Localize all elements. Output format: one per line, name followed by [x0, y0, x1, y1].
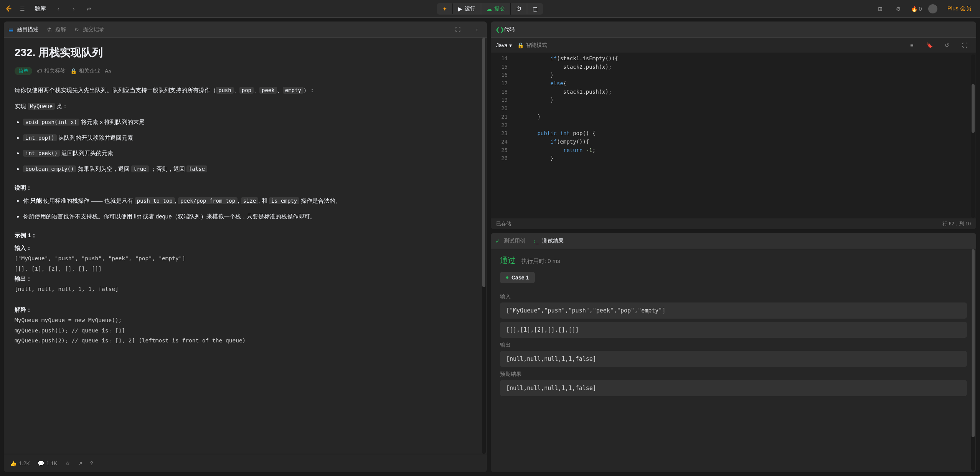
expected-box: [null,null,null,1,1,false]: [500, 380, 967, 396]
language-bar: Java▾ 🔒智能模式 ≡ 🔖 ↺ ⛶: [491, 38, 976, 53]
prev-problem-icon[interactable]: ‹: [52, 3, 64, 15]
description-panel: ▤题目描述 ⚗题解 ↻提交记录 ⛶ ‹ 232. 用栈实现队列 简单 🏷相关标签…: [4, 21, 487, 472]
thumbs-up-icon: 👍: [10, 460, 16, 466]
code-icon: ❮❯: [495, 26, 502, 33]
leetcode-logo[interactable]: [5, 5, 13, 13]
submit-button[interactable]: ☁提交: [481, 3, 511, 15]
history-icon: ↻: [74, 26, 81, 33]
expand-icon[interactable]: ⛶: [452, 23, 464, 36]
list-item: boolean empty() 如果队列为空，返回 true ；否则，返回 fa…: [23, 164, 476, 175]
fire-icon: 🔥: [911, 6, 917, 12]
companies-chip[interactable]: 🔒相关企业: [70, 68, 100, 74]
result-header: 通过 执行用时: 0 ms: [500, 255, 967, 266]
example-header: 示例 1：: [15, 232, 476, 239]
scrollbar[interactable]: [482, 38, 486, 454]
output-label: 输出: [500, 342, 967, 349]
timer-button[interactable]: ⏱: [511, 3, 527, 14]
check-icon: ✓: [495, 238, 502, 244]
scrollbar[interactable]: [971, 55, 975, 218]
results-panel: ✓测试用例 ›_测试结果 通过 执行用时: 0 ms Case 1 输入 ["M…: [491, 233, 976, 472]
difficulty-badge: 简单: [15, 67, 32, 75]
run-button[interactable]: ▶运行: [453, 3, 481, 15]
reset-icon[interactable]: ↺: [941, 39, 953, 51]
problem-title: 232. 用栈实现队列: [15, 45, 476, 60]
run-group: ✦ ▶运行 ☁提交 ⏱ ▢: [437, 3, 543, 15]
description-footer: 👍1.2K 💬1.1K ☆ ↗ ?: [4, 454, 487, 472]
status-dot: [506, 276, 508, 279]
comment-icon: 💬: [38, 460, 44, 466]
comments-button[interactable]: 💬1.1K: [38, 460, 58, 466]
tab-testcases[interactable]: ✓测试用例: [495, 236, 526, 246]
tags-chip[interactable]: 🏷相关标签: [37, 68, 66, 74]
input-box: [[],[1],[2],[],[],[]]: [500, 322, 967, 338]
input-box: ["MyQueue","push","push","peek","pop","e…: [500, 302, 967, 319]
shuffle-icon[interactable]: ⇄: [83, 3, 95, 15]
left-tabs: ▤题目描述 ⚗题解 ↻提交记录 ⛶ ‹: [4, 21, 487, 38]
gear-icon[interactable]: ⚙: [893, 3, 905, 15]
play-icon: ▶: [458, 6, 462, 12]
tab-submissions[interactable]: ↻提交记录: [74, 25, 105, 35]
notes-button[interactable]: ▢: [527, 3, 543, 14]
avatar[interactable]: [928, 4, 937, 13]
output-box: [null,null,null,1,1,false]: [500, 351, 967, 367]
streak-counter[interactable]: 🔥0: [911, 6, 922, 12]
tab-code[interactable]: ❮❯代码: [495, 25, 515, 35]
tab-description[interactable]: ▤题目描述: [8, 25, 39, 35]
tag-row: 简单 🏷相关标签 🔒相关企业 Aᴀ: [15, 67, 476, 75]
results-tabs: ✓测试用例 ›_测试结果: [491, 233, 976, 249]
format-icon[interactable]: ≡: [906, 39, 918, 51]
list-icon[interactable]: ☰: [16, 3, 28, 15]
scrollbar[interactable]: [971, 249, 975, 471]
notes-list: 你 只能 使用标准的栈操作 —— 也就是只有 push to top, peek…: [15, 195, 476, 222]
mode-label[interactable]: 🔒智能模式: [517, 42, 547, 49]
grid-icon[interactable]: ⊞: [874, 3, 886, 15]
chevron-down-icon: ▾: [509, 42, 512, 48]
gutter: 14151617181920212223242526: [491, 53, 511, 218]
list-item: void push(int x) 将元素 x 推到队列的末尾: [23, 117, 476, 128]
problems-link[interactable]: 题库: [31, 5, 49, 12]
description-body: 232. 用栈实现队列 简单 🏷相关标签 🔒相关企业 Aᴀ 请你仅使用两个栈实现…: [4, 38, 487, 454]
premium-button[interactable]: Plus 会员: [944, 3, 975, 14]
fullscreen-icon[interactable]: ⛶: [959, 39, 971, 51]
case-tab[interactable]: Case 1: [500, 272, 535, 283]
hint-chip[interactable]: Aᴀ: [105, 68, 111, 74]
code-lines[interactable]: if(stack1.isEmpty()){ stack2.push(x); } …: [511, 53, 976, 218]
list-item: int peek() 返回队列开头的元素: [23, 148, 476, 159]
right-column: ❮❯代码 Java▾ 🔒智能模式 ≡ 🔖 ↺ ⛶ 141516171819202…: [491, 21, 976, 472]
example-block: 输入： ["MyQueue", "push", "push", "peek", …: [15, 243, 476, 346]
star-button[interactable]: ☆: [65, 460, 70, 466]
input-label: 输入: [500, 293, 967, 300]
tab-solution[interactable]: ⚗题解: [46, 25, 67, 35]
method-list: void push(int x) 将元素 x 推到队列的末尾 int pop()…: [15, 117, 476, 174]
code-tabs: ❮❯代码: [491, 21, 976, 38]
workspace: ▤题目描述 ⚗题解 ↻提交记录 ⛶ ‹ 232. 用栈实现队列 简单 🏷相关标签…: [0, 18, 980, 476]
like-button[interactable]: 👍1.2K: [10, 460, 30, 466]
bug-icon: ✦: [442, 6, 447, 12]
collapse-icon[interactable]: ‹: [471, 23, 483, 36]
impl-line: 实现 MyQueue 类：: [15, 101, 476, 112]
cursor-position: 行 62，列 10: [942, 221, 971, 227]
results-body: 通过 执行用时: 0 ms Case 1 输入 ["MyQueue","push…: [491, 249, 976, 472]
intro-paragraph: 请你仅使用两个栈实现先入先出队列。队列应当支持一般队列支持的所有操作（push、…: [15, 84, 476, 96]
tab-results[interactable]: ›_测试结果: [533, 236, 564, 246]
debug-button[interactable]: ✦: [437, 3, 453, 14]
cloud-icon: ☁: [487, 6, 492, 12]
bookmark-icon[interactable]: 🔖: [923, 39, 935, 51]
save-status: 已存储: [496, 221, 511, 227]
expected-label: 预期结果: [500, 371, 967, 378]
next-problem-icon[interactable]: ›: [68, 3, 80, 15]
list-item: 你 只能 使用标准的栈操作 —— 也就是只有 push to top, peek…: [23, 195, 476, 207]
language-selector[interactable]: Java▾: [496, 42, 512, 48]
code-editor[interactable]: 14151617181920212223242526 if(stack1.isE…: [491, 53, 976, 218]
list-item: int pop() 从队列的开头移除并返回元素: [23, 132, 476, 144]
list-item: 你所使用的语言也许不支持栈。你可以使用 list 或者 deque（双端队列）来…: [23, 211, 476, 222]
terminal-icon: ›_: [534, 238, 540, 244]
doc-icon: ▤: [8, 26, 15, 33]
notes-header: 说明：: [15, 184, 476, 192]
code-status-bar: 已存储 行 62，列 10: [491, 218, 976, 229]
help-button[interactable]: ?: [90, 460, 93, 466]
code-panel: ❮❯代码 Java▾ 🔒智能模式 ≡ 🔖 ↺ ⛶ 141516171819202…: [491, 21, 976, 229]
lock-icon: 🔒: [517, 42, 524, 48]
share-button[interactable]: ↗: [78, 460, 82, 466]
tag-icon: 🏷: [37, 68, 42, 74]
